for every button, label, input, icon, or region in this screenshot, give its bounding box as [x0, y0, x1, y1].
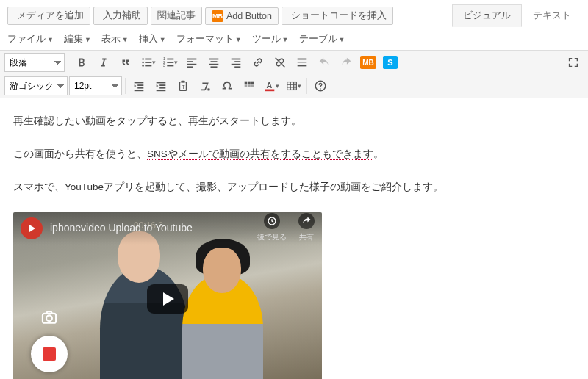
chevron-down-icon: ▼	[47, 36, 54, 43]
svg-point-1	[142, 58, 144, 60]
insert-shortcode-button[interactable]: ショートコードを挿入	[282, 7, 393, 25]
outdent-button[interactable]	[129, 76, 149, 95]
svg-rect-42	[245, 84, 248, 87]
svg-rect-28	[135, 82, 144, 84]
svg-rect-33	[159, 84, 165, 86]
text-color-button[interactable]: A▾	[261, 76, 282, 95]
spellcheck-underline: SNSやメールで動画の共有をすることもできます	[147, 148, 373, 160]
align-right-button[interactable]	[226, 53, 246, 72]
editor-tabs: ビジュアル テキスト	[452, 4, 582, 27]
numbered-list-button[interactable]: 123▾	[159, 53, 180, 72]
tab-text[interactable]: テキスト	[522, 4, 582, 27]
svg-rect-46	[265, 90, 275, 92]
chevron-down-icon: ▼	[339, 36, 345, 43]
youtube-embed[interactable]: 00:16.2 iphonevideo Upload to Youtube 後で…	[13, 212, 322, 379]
chevron-down-icon: ▼	[159, 36, 166, 43]
youtube-logo-icon	[21, 217, 43, 239]
menu-format[interactable]: フォーマット▼	[176, 33, 242, 46]
s-badge-button[interactable]: S	[380, 53, 401, 72]
play-button[interactable]	[147, 284, 188, 314]
chevron-down-icon: ▾	[174, 59, 178, 66]
svg-rect-6	[145, 65, 151, 67]
label: ショートコードを挿入	[291, 10, 387, 22]
paste-text-button[interactable]: T	[173, 76, 193, 95]
svg-rect-35	[157, 90, 166, 91]
svg-rect-31	[135, 90, 144, 91]
svg-rect-15	[187, 64, 197, 65]
svg-rect-16	[187, 66, 193, 68]
label: メディアを追加	[17, 10, 84, 22]
menu-edit[interactable]: 編集▼	[64, 33, 91, 46]
svg-rect-30	[137, 87, 143, 89]
svg-rect-23	[232, 64, 241, 65]
input-assist-button[interactable]: 入力補助	[93, 7, 148, 25]
mb-badge-button[interactable]: MB	[358, 53, 379, 72]
share-button[interactable]: 共有	[298, 213, 315, 243]
svg-rect-17	[209, 59, 219, 60]
link-button[interactable]	[248, 53, 268, 72]
align-center-button[interactable]	[204, 53, 224, 72]
svg-rect-22	[234, 61, 240, 62]
read-more-button[interactable]	[292, 53, 312, 72]
svg-rect-20	[211, 66, 218, 68]
record-button-icon	[31, 336, 68, 372]
svg-rect-21	[232, 59, 241, 60]
font-family-select[interactable]: 游ゴシック体	[4, 76, 68, 95]
editor-content[interactable]: 再生確認したい動画をタップすると、再生がスタートします。 この画面から共有を使う…	[0, 98, 588, 379]
s-badge: S	[383, 56, 398, 69]
bold-button[interactable]	[71, 53, 92, 72]
svg-rect-24	[234, 66, 240, 68]
svg-rect-12	[167, 65, 173, 67]
menu-insert[interactable]: 挿入▼	[139, 33, 166, 46]
chevron-down-icon: ▼	[85, 36, 91, 43]
svg-rect-27	[298, 65, 307, 67]
unlink-button[interactable]	[270, 53, 290, 72]
chevron-down-icon: ▾	[298, 82, 301, 90]
add-media-button[interactable]: メディアを追加	[7, 7, 90, 25]
related-articles-button[interactable]: 関連記事	[151, 7, 202, 25]
help-button[interactable]	[310, 76, 331, 95]
menu-view[interactable]: 表示▼	[101, 33, 129, 46]
svg-rect-25	[298, 59, 307, 60]
menu-tools[interactable]: ツール▼	[252, 33, 289, 46]
paragraph: 再生確認したい動画をタップすると、再生がスタートします。	[13, 113, 575, 130]
paragraph: この画面から共有を使うと、SNSやメールで動画の共有をすることもできます。	[13, 146, 575, 163]
toolbar-toggle-button[interactable]	[239, 76, 259, 95]
font-size-select[interactable]: 12pt	[69, 76, 122, 95]
block-format-select[interactable]: 段落	[4, 53, 65, 72]
chevron-down-icon: ▼	[122, 36, 129, 43]
indent-button[interactable]	[151, 76, 171, 95]
chevron-down-icon: ▼	[235, 36, 242, 43]
special-char-button[interactable]	[217, 76, 237, 95]
svg-point-2	[142, 62, 144, 64]
label: 入力補助	[103, 10, 141, 22]
tab-visual[interactable]: ビジュアル	[452, 4, 522, 27]
video-title: iphonevideo Upload to Youtube	[50, 220, 193, 237]
align-left-button[interactable]	[182, 53, 202, 72]
undo-button[interactable]	[314, 53, 334, 72]
italic-button[interactable]	[93, 53, 114, 72]
svg-rect-14	[187, 61, 193, 62]
chevron-down-icon: ▾	[152, 59, 156, 66]
svg-rect-10	[167, 59, 173, 60]
menu-table[interactable]: テーブル▼	[299, 33, 345, 46]
redo-button[interactable]	[336, 53, 356, 72]
svg-rect-40	[248, 82, 251, 84]
menu-file[interactable]: ファイル▼	[7, 33, 54, 46]
svg-rect-13	[187, 59, 197, 60]
table-button[interactable]: ▾	[283, 76, 304, 95]
label: Add Button	[226, 11, 272, 21]
fullscreen-button[interactable]	[563, 53, 584, 72]
chevron-down-icon: ▼	[282, 36, 289, 43]
svg-rect-5	[145, 62, 151, 63]
bullet-list-button[interactable]: ▾	[137, 53, 158, 72]
svg-point-3	[142, 65, 144, 67]
clear-format-button[interactable]	[195, 76, 215, 95]
blockquote-button[interactable]	[115, 53, 136, 72]
svg-rect-34	[159, 87, 165, 89]
watch-later-button[interactable]: 後で見る	[257, 213, 287, 243]
svg-rect-43	[248, 84, 251, 87]
add-button-button[interactable]: MB Add Button	[205, 7, 279, 25]
svg-rect-37	[181, 81, 184, 83]
svg-rect-47	[287, 82, 297, 90]
